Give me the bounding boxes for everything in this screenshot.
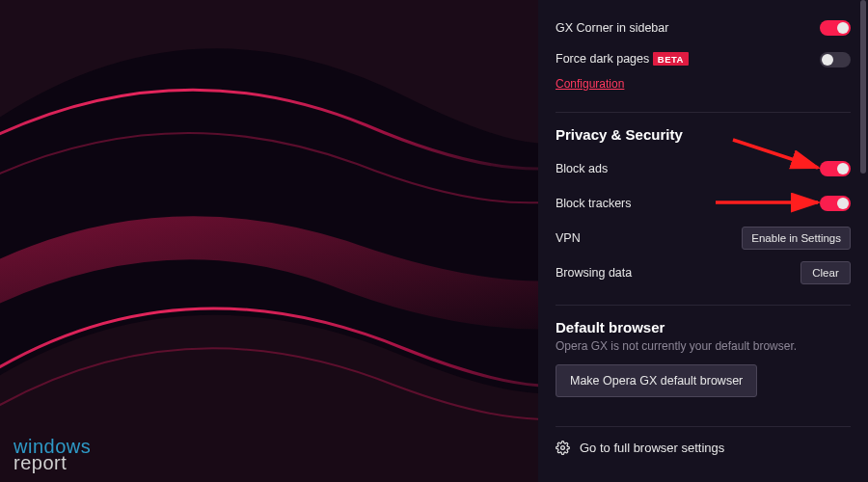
beta-badge: BETA <box>653 52 689 66</box>
default-browser-heading: Default browser <box>556 319 851 335</box>
block-trackers-label: Block trackers <box>556 197 632 210</box>
block-trackers-toggle[interactable] <box>820 196 851 211</box>
gear-icon <box>556 441 570 455</box>
force-dark-row: Force dark pages BETA Configuration <box>556 52 851 94</box>
force-dark-toggle[interactable] <box>820 52 851 67</box>
browsing-data-row: Browsing data Clear <box>556 258 851 287</box>
privacy-security-section: Privacy & Security Block ads Block track… <box>556 126 851 287</box>
vpn-row: VPN Enable in Settings <box>556 224 851 253</box>
gx-corner-toggle[interactable] <box>820 20 851 36</box>
wallpaper-curves <box>0 0 538 482</box>
gx-corner-label: GX Corner in sidebar <box>556 21 668 35</box>
browsing-data-label: Browsing data <box>556 266 632 280</box>
gx-corner-row: GX Corner in sidebar <box>556 13 851 42</box>
panel-scrollbar[interactable] <box>860 0 866 482</box>
desktop-background: windows report <box>0 0 538 482</box>
settings-panel: GX Corner in sidebar Force dark pages BE… <box>538 0 868 482</box>
block-trackers-row: Block trackers <box>556 189 851 218</box>
divider <box>556 426 851 427</box>
make-default-button[interactable]: Make Opera GX default browser <box>556 364 757 397</box>
configuration-link[interactable]: Configuration <box>556 77 624 91</box>
svg-point-1 <box>561 446 565 450</box>
scrollbar-thumb[interactable] <box>860 0 866 174</box>
vpn-label: VPN <box>556 231 581 245</box>
divider <box>556 305 851 306</box>
default-browser-section: Default browser Opera GX is not currentl… <box>556 319 851 397</box>
clear-button[interactable]: Clear <box>800 261 851 284</box>
block-ads-label: Block ads <box>556 162 608 175</box>
divider <box>556 112 851 113</box>
block-ads-row: Block ads <box>556 154 851 183</box>
appearance-group: GX Corner in sidebar Force dark pages BE… <box>556 13 851 94</box>
full-settings-label: Go to full browser settings <box>580 441 724 455</box>
watermark: windows report <box>14 438 91 472</box>
vpn-enable-button[interactable]: Enable in Settings <box>742 227 851 250</box>
force-dark-text: Force dark pages <box>556 52 649 66</box>
force-dark-label: Force dark pages BETA Configuration <box>556 52 689 94</box>
default-browser-subtext: Opera GX is not currently your default b… <box>556 339 851 353</box>
block-ads-toggle[interactable] <box>820 161 851 176</box>
privacy-heading: Privacy & Security <box>556 126 851 143</box>
full-settings-link[interactable]: Go to full browser settings <box>556 441 851 455</box>
